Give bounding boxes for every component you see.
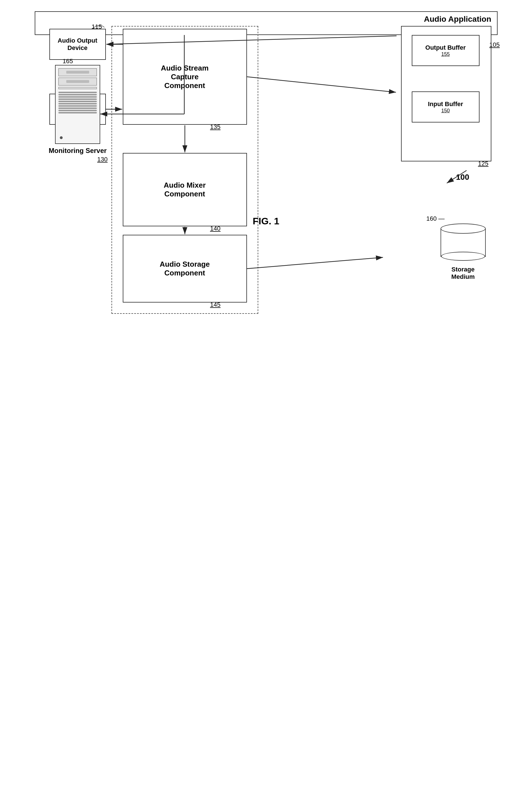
cylinder-top [440, 224, 486, 234]
svg-line-7 [247, 257, 383, 269]
below-area: 165 [35, 35, 498, 199]
label-140: 140 [210, 225, 221, 232]
cylinder-bottom-ellipse [441, 252, 485, 261]
storage-medium-label: StorageMedium [451, 266, 475, 281]
label-115: 115 [92, 23, 102, 31]
arrow-100-svg [441, 168, 475, 190]
storage-medium-cylinder [440, 224, 486, 263]
diagram-container: Audio Application 130 Audio OutputDevice… [18, 11, 514, 227]
main-box: Audio Application 130 Audio OutputDevice… [35, 11, 498, 35]
audio-app-label: Audio Application [424, 15, 491, 24]
label-160: 160 — [426, 215, 445, 222]
storage-component-box: Audio StorageComponent [123, 235, 247, 303]
storage-medium-area: 160 — StorageMedium [435, 215, 491, 281]
below-arrows-svg [35, 35, 498, 199]
label-145: 145 [210, 301, 221, 308]
storage-component-label: Audio StorageComponent [160, 260, 210, 278]
svg-line-12 [447, 170, 467, 183]
